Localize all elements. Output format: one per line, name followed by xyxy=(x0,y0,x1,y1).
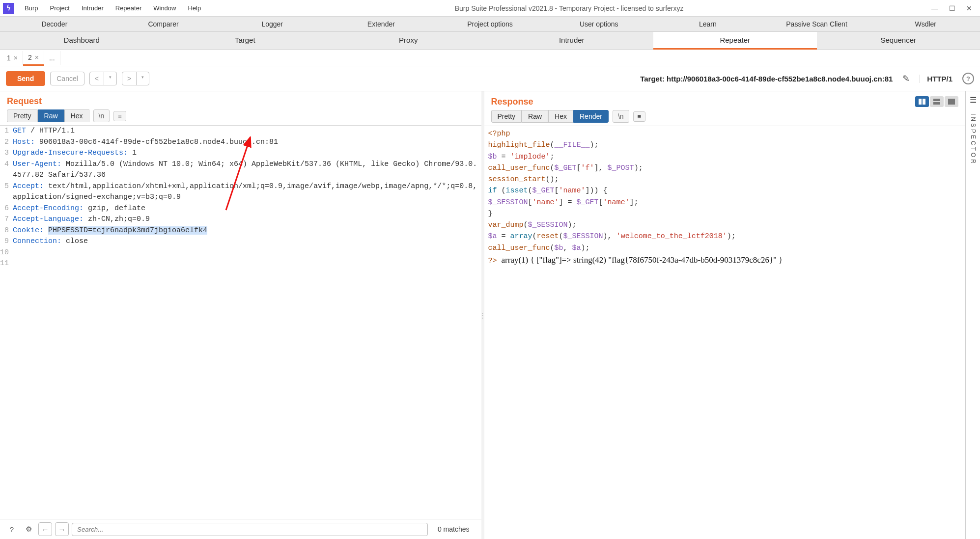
edit-target-icon[interactable]: ✎ xyxy=(902,73,910,84)
response-view-tabs: PrettyRawHexRender\n≡ xyxy=(484,110,966,126)
message-actions-menu[interactable]: ≡ xyxy=(633,111,646,122)
menu-window[interactable]: Window xyxy=(147,1,182,15)
inspector-label[interactable]: INSPECTOR xyxy=(970,113,977,165)
tab-intruder[interactable]: Intruder xyxy=(490,32,654,49)
minimize-button[interactable]: — xyxy=(931,4,938,12)
view-tab-raw[interactable]: Raw xyxy=(522,110,548,123)
layout-single-button[interactable] xyxy=(945,96,958,107)
tab-decoder[interactable]: Decoder xyxy=(0,17,109,31)
tab-wsdler[interactable]: Wsdler xyxy=(871,17,980,31)
repeater-sub-tabs: 1×2×... xyxy=(0,50,980,66)
gear-icon[interactable]: ⚙ xyxy=(22,522,35,536)
menu-help[interactable]: Help xyxy=(182,1,207,15)
layout-rows-button[interactable] xyxy=(930,96,944,107)
titlebar: ϟ BurpProjectIntruderRepeaterWindowHelp … xyxy=(0,0,980,17)
response-panel: Response PrettyRawHexRender\n≡ <?phphigh… xyxy=(484,91,966,539)
response-title: Response xyxy=(491,97,533,107)
layout-columns-button[interactable] xyxy=(915,96,929,107)
tab-dashboard[interactable]: Dashboard xyxy=(0,32,164,49)
close-icon[interactable]: × xyxy=(35,54,39,61)
menu-project[interactable]: Project xyxy=(44,1,75,15)
tab-target[interactable]: Target xyxy=(164,32,327,49)
inspector-toggle-icon[interactable]: ☰ xyxy=(970,95,977,105)
history-nav-fwd: > ▾ xyxy=(122,72,149,85)
history-forward-button[interactable]: > xyxy=(122,72,136,85)
menu-repeater[interactable]: Repeater xyxy=(110,1,147,15)
http-version-toggle[interactable]: HTTP/1 xyxy=(920,75,952,83)
target-value: http://906018a3-00c6-414f-89de-cf552be1a… xyxy=(667,75,893,83)
tab-sequencer[interactable]: Sequencer xyxy=(817,32,980,49)
request-raw-editor[interactable]: 1GET / HTTP/1.12Host: 906018a3-00c6-414f… xyxy=(0,125,481,519)
main-menu: BurpProjectIntruderRepeaterWindowHelp xyxy=(19,4,207,12)
search-matches: 0 matches xyxy=(431,525,476,533)
request-panel: Request PrettyRawHex\n≡ 1GET / HTTP/1.12… xyxy=(0,91,481,539)
tab-project-options[interactable]: Project options xyxy=(436,17,545,31)
sub-tab-1[interactable]: 1× xyxy=(2,51,23,65)
search-prev-button[interactable]: ← xyxy=(38,522,52,536)
view-tab-raw[interactable]: Raw xyxy=(38,109,64,122)
request-title: Request xyxy=(7,96,42,107)
svg-rect-5 xyxy=(948,99,955,105)
history-forward-dropdown[interactable]: ▾ xyxy=(136,72,149,85)
menu-intruder[interactable]: Intruder xyxy=(76,1,110,15)
send-button[interactable]: Send xyxy=(6,71,45,86)
maximize-button[interactable]: ☐ xyxy=(949,4,955,12)
search-next-button[interactable]: → xyxy=(55,522,69,536)
layout-toggle xyxy=(915,96,958,107)
action-bar: Send Cancel < ▾ > ▾ Target: http://90601… xyxy=(0,66,980,91)
help-icon[interactable]: ? xyxy=(5,522,19,536)
tool-tabs-row-1: DecoderComparerLoggerExtenderProject opt… xyxy=(0,17,980,32)
inspector-rail: ☰ INSPECTOR xyxy=(965,91,980,539)
cancel-button[interactable]: Cancel xyxy=(50,72,84,85)
svg-rect-4 xyxy=(933,102,940,105)
view-tab-hex[interactable]: Hex xyxy=(64,109,89,122)
show-nonprinting-toggle[interactable]: \n xyxy=(613,110,629,123)
message-actions-menu[interactable]: ≡ xyxy=(113,111,126,121)
view-tab-pretty[interactable]: Pretty xyxy=(491,110,522,123)
tab-learn[interactable]: Learn xyxy=(653,17,762,31)
history-nav: < ▾ xyxy=(89,72,117,85)
tab-user-options[interactable]: User options xyxy=(544,17,653,31)
tool-tabs-row-2: DashboardTargetProxyIntruderRepeaterSequ… xyxy=(0,32,980,50)
history-back-dropdown[interactable]: ▾ xyxy=(104,72,116,85)
view-tab-render[interactable]: Render xyxy=(573,110,609,123)
tab-logger[interactable]: Logger xyxy=(218,17,327,31)
sub-tab-...[interactable]: ... xyxy=(44,51,60,65)
response-render-view[interactable]: <?phphighlight_file(__FILE__);$b = 'impl… xyxy=(484,126,966,539)
request-statusbar: ? ⚙ ← → 0 matches xyxy=(0,519,481,539)
view-tab-pretty[interactable]: Pretty xyxy=(7,109,38,122)
request-view-tabs: PrettyRawHex\n≡ xyxy=(0,109,481,125)
target-prefix: Target: xyxy=(640,75,667,83)
window-controls: — ☐ ✕ xyxy=(931,4,977,12)
tab-comparer[interactable]: Comparer xyxy=(109,17,218,31)
tab-proxy[interactable]: Proxy xyxy=(327,32,490,49)
search-input[interactable] xyxy=(72,523,428,536)
svg-rect-3 xyxy=(933,99,940,101)
sub-tab-2[interactable]: 2× xyxy=(23,51,44,66)
help-icon[interactable]: ? xyxy=(962,73,974,84)
window-title: Burp Suite Professional v2021.8 - Tempor… xyxy=(207,4,931,12)
target-label: Target: http://906018a3-00c6-414f-89de-c… xyxy=(640,75,893,83)
tab-extender[interactable]: Extender xyxy=(327,17,436,31)
svg-rect-1 xyxy=(919,99,922,105)
tab-repeater[interactable]: Repeater xyxy=(653,32,817,50)
close-icon[interactable]: × xyxy=(14,54,18,62)
burp-app-icon: ϟ xyxy=(3,3,14,14)
svg-rect-2 xyxy=(923,99,925,105)
view-tab-hex[interactable]: Hex xyxy=(548,110,573,123)
history-back-button[interactable]: < xyxy=(90,72,104,85)
show-nonprinting-toggle[interactable]: \n xyxy=(93,109,110,122)
tab-passive-scan-client[interactable]: Passive Scan Client xyxy=(762,17,871,31)
close-button[interactable]: ✕ xyxy=(966,4,972,12)
menu-burp[interactable]: Burp xyxy=(19,1,44,15)
